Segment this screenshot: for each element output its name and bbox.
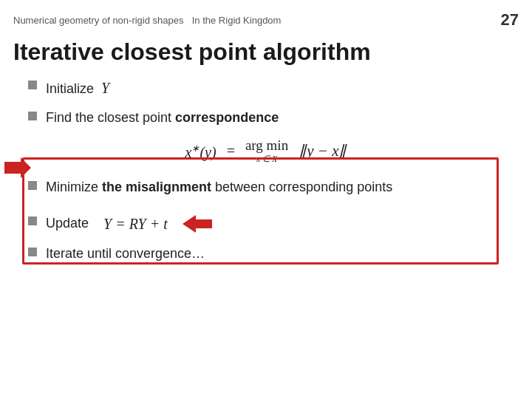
formula-lhs: x∗(y) (185, 143, 216, 161)
bullet-update: Update Y = RY + t (28, 214, 519, 234)
bullet-square-iterate-icon (28, 248, 37, 256)
bullet-initialize: Initialize Y (28, 78, 519, 98)
bullet-minimize: Minimize the misalignment between corres… (28, 178, 519, 197)
bullet-square-update-icon (28, 216, 37, 225)
bullet-minimize-text: Minimize the misalignment between corres… (46, 178, 392, 197)
bullet-find-text: Find the closest point correspondence (46, 109, 279, 127)
bullet-update-text: Update Y = RY + t (46, 214, 212, 234)
bullet-square-minimize-icon (28, 181, 37, 190)
course-title: Numerical geometry of non-rigid shapes (13, 15, 184, 26)
bullet-initialize-text: Initialize Y (46, 78, 109, 98)
svg-marker-0 (4, 157, 31, 178)
slide-number: 27 (501, 10, 519, 30)
slide-content: Initialize Y Find the closest point corr… (0, 78, 532, 263)
bullet-iterate-text: Iterate until convergence… (46, 245, 205, 263)
bullet-square-find-icon (28, 112, 37, 120)
bullet-iterate: Iterate until convergence… (28, 245, 519, 263)
formula-equals: = (227, 143, 235, 160)
bullet-square-icon (28, 81, 37, 89)
bullet-find: Find the closest point correspondence (28, 109, 519, 127)
formula-argmin: arg min x ∈ X (245, 137, 288, 165)
slide-main-title: Iterative closest point algorithm (0, 35, 532, 78)
header-course-info: Numerical geometry of non-rigid shapes I… (13, 15, 281, 26)
formula-block: x∗(y) = arg min x ∈ X ‖y − x‖ (13, 132, 519, 171)
slide-header: Numerical geometry of non-rigid shapes I… (0, 0, 532, 35)
formula-norm: ‖y − x‖ (299, 142, 347, 160)
red-arrow-left-icon (183, 214, 212, 234)
svg-marker-1 (183, 215, 212, 233)
section-title: In the Rigid Kingdom (187, 15, 282, 26)
red-arrow-right-icon (4, 156, 31, 180)
